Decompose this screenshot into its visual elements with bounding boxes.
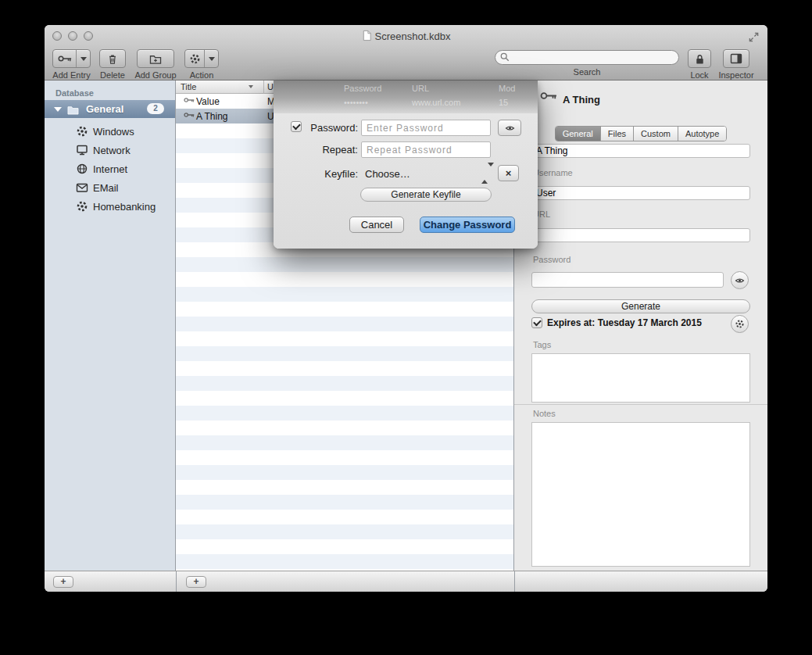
app-window: Screenshot.kdbx Add Entry Delete [45,25,767,592]
dialog-password-label: Password: [302,122,358,134]
repeat-password-input[interactable] [361,141,491,158]
tab-general[interactable]: General [556,127,600,141]
inspector-tabs: General Files Custom Autotype [514,126,767,141]
sidebar-item-email[interactable]: EMail [45,178,175,197]
disclosure-triangle-icon[interactable] [54,107,62,112]
dialog-reveal-password-button[interactable] [498,120,521,136]
chevron-down-icon [209,57,215,61]
dim-column-password: Password [344,84,381,93]
sidebar: Database General 2 Windows Network [45,81,176,571]
expires-row: Expires at: Tuesday 17 March 2015 [531,317,702,328]
action-menu-arrow[interactable] [204,50,218,67]
desktop-background: Screenshot.kdbx Add Entry Delete [0,0,812,655]
key-icon [184,112,195,118]
window-title-area: Screenshot.kdbx [45,30,767,42]
column-header-title[interactable]: Title [181,82,196,91]
entry-title-cell: Value [196,96,220,107]
delete-button[interactable]: Delete [94,49,131,80]
dim-url-value: www.url.com [412,98,460,107]
footer-divider [176,571,177,592]
display-icon [76,144,88,156]
dim-password-value: •••••••• [344,98,368,107]
sidebar-item-label: Network [93,145,131,156]
chevron-down-icon [80,57,87,61]
sidebar-item-label: Windows [93,126,134,138]
generate-keyfile-button[interactable]: Generate Keyfile [360,188,492,202]
search-area: Search [495,49,679,77]
eye-icon [735,277,745,285]
column-divider[interactable] [263,81,264,94]
lock-icon [694,53,706,65]
gear-icon [735,319,745,329]
search-label: Search [495,67,679,77]
sidebar-item-windows[interactable]: Windows [45,122,175,141]
generate-password-button[interactable]: Generate [531,299,750,313]
keyfile-popup-button[interactable]: Choose… [365,168,410,180]
dim-modified-value: 15 [499,98,508,107]
checkmark-icon [292,122,301,131]
tab-custom[interactable]: Custom [633,127,678,141]
globe-icon [76,163,88,175]
title-field[interactable] [531,144,750,158]
inspector-divider [514,404,767,405]
folder-icon [66,104,80,115]
window-title: Screenshot.kdbx [375,30,451,42]
search-input[interactable] [495,50,679,65]
add-group-button[interactable]: Add Group [132,49,179,80]
expires-label: Expires at: Tuesday 17 March 2015 [547,317,702,328]
sidebar-item-internet[interactable]: Internet [45,159,175,178]
sidebar-section-header: Database [55,88,94,98]
inspector-entry-title: A Thing [563,94,600,106]
checkmark-icon [533,318,542,327]
action-button[interactable]: Action [182,49,221,80]
url-field[interactable] [531,228,750,242]
action-label: Action [182,70,221,80]
entry-count-badge: 2 [147,103,164,114]
sidebar-group-general[interactable]: General 2 [45,100,175,118]
tab-files[interactable]: Files [600,127,633,141]
add-entry-button[interactable]: Add Entry [52,49,91,80]
add-entry-menu-arrow[interactable] [76,50,90,67]
change-password-dialog: Password URL Mod •••••••• www.url.com 15… [274,81,538,249]
clear-keyfile-button[interactable]: × [498,165,519,181]
trash-icon [107,53,118,65]
gear-icon [76,125,88,138]
delete-label: Delete [94,70,131,80]
sort-indicator-icon [249,85,253,88]
titlebar[interactable]: Screenshot.kdbx [45,25,767,47]
add-entry-footer-button[interactable]: + [186,576,206,588]
footer-divider [514,571,515,592]
tab-autotype[interactable]: Autotype [678,127,726,141]
fullscreen-icon[interactable] [748,31,760,43]
sidebar-item-label: EMail [93,182,119,194]
sidebar-item-homebanking[interactable]: Homebanking [45,197,175,216]
password-field[interactable] [531,272,724,288]
new-password-input[interactable] [361,120,491,136]
gear-icon [76,200,88,213]
change-password-button[interactable]: Change Password [420,217,515,233]
search-icon [500,52,510,62]
sidebar-group-label: General [86,103,123,115]
username-field[interactable] [531,186,750,200]
entry-title-cell: A Thing [196,111,227,122]
envelope-icon [76,181,88,194]
expires-checkbox[interactable] [531,317,542,328]
key-icon [184,97,195,103]
sidebar-item-network[interactable]: Network [45,141,175,159]
dim-column-modified: Mod [499,84,515,93]
expires-settings-button[interactable] [731,315,749,333]
tags-label: Tags [533,340,551,349]
reveal-password-button[interactable] [731,271,749,289]
inspector-toggle-button[interactable]: Inspector [712,49,760,80]
add-group-label: Add Group [132,70,179,80]
tags-field[interactable] [531,353,750,403]
dialog-password-checkbox[interactable] [291,121,302,132]
folder-plus-icon [148,53,163,64]
popup-stepper-icon[interactable] [481,166,488,181]
notes-field[interactable] [531,422,750,567]
gear-icon [189,53,201,65]
dialog-dim-zone: Password URL Mod •••••••• www.url.com 15 [274,81,538,113]
key-icon [540,91,557,101]
add-group-footer-button[interactable]: + [53,576,73,588]
cancel-button[interactable]: Cancel [349,217,404,233]
